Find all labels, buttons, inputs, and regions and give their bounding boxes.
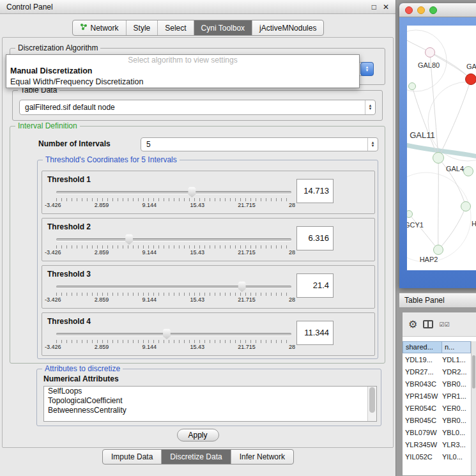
table-scrollbar[interactable] bbox=[471, 341, 476, 475]
tab-label: Select bbox=[165, 24, 186, 33]
combo-stepper-icon[interactable]: ▲▼ bbox=[360, 62, 374, 76]
dropdown-prompt: Select algorithm to view settings bbox=[6, 55, 359, 66]
threshold-panel-3: Threshold 3 -3.426 2.859 9.144 15.43 21.… bbox=[42, 265, 375, 309]
tab-cyni-toolbox[interactable]: Cyni Toolbox bbox=[194, 20, 252, 35]
number-of-intervals-label: Number of Intervals bbox=[38, 139, 111, 148]
slider-thumb-icon[interactable] bbox=[238, 281, 247, 292]
columns-icon[interactable] bbox=[423, 320, 433, 328]
dropdown-option-equal-width-frequency[interactable]: Equal Width/Frequency Discretization bbox=[6, 77, 359, 88]
threshold-value-field[interactable]: 11.344 bbox=[296, 321, 334, 345]
threshold-value-field[interactable]: 6.316 bbox=[296, 226, 334, 250]
cell: YIL052C bbox=[403, 453, 442, 461]
table-row[interactable]: YDR27... YDR2... bbox=[403, 365, 471, 378]
slider-thumb-icon[interactable] bbox=[125, 234, 134, 245]
table-rows: YDL19... YDL1... YDR27... YDR2... YBR043… bbox=[403, 353, 471, 475]
table-panel-title: Table Panel bbox=[404, 296, 445, 305]
table-data-combo[interactable]: galFiltered.sif default node ▲▼ bbox=[19, 100, 376, 115]
scale-label: 2.859 bbox=[95, 344, 109, 350]
threshold-slider[interactable] bbox=[56, 328, 291, 340]
network-node[interactable] bbox=[433, 245, 443, 255]
zoom-traffic-light-icon[interactable] bbox=[429, 6, 437, 14]
threshold-label: Threshold 4 bbox=[47, 317, 91, 326]
combo-stepper-icon[interactable]: ▲▼ bbox=[367, 138, 378, 151]
table-row[interactable]: YER054C YER0... bbox=[403, 402, 471, 414]
cell: YPR145W bbox=[403, 392, 442, 400]
threshold-slider[interactable] bbox=[56, 281, 291, 293]
tab-label: Cyni Toolbox bbox=[201, 24, 245, 33]
threshold-panel-1: Threshold 1 -3.426 2.859 9.144 15.43 21.… bbox=[42, 171, 375, 214]
scale-label: 28 bbox=[289, 344, 295, 350]
minimize-traffic-light-icon[interactable] bbox=[417, 6, 425, 14]
combo-value: galFiltered.sif default node bbox=[20, 103, 365, 112]
gear-icon[interactable]: ⚙ bbox=[408, 319, 417, 330]
tab-impute-data[interactable]: Impute Data bbox=[103, 450, 161, 464]
table-row[interactable]: YPR145W YPR1... bbox=[403, 390, 471, 402]
list-scrollbar[interactable] bbox=[367, 387, 376, 421]
network-node[interactable] bbox=[463, 166, 473, 176]
list-item[interactable]: BetweennessCentrality bbox=[44, 406, 376, 415]
numerical-attributes-list[interactable]: SelfLoops TopologicalCoefficient Between… bbox=[43, 386, 377, 422]
slider-track[interactable] bbox=[56, 238, 291, 241]
select-all-checks-icon[interactable]: ☑☑ bbox=[439, 321, 449, 328]
table-data-group: Table Data galFiltered.sif default node … bbox=[12, 90, 383, 121]
table-row[interactable]: YBL079W YBL0... bbox=[403, 426, 471, 438]
apply-button[interactable]: Apply bbox=[176, 429, 219, 441]
table-panel-header[interactable]: Table Panel bbox=[399, 293, 476, 308]
tab-style[interactable]: Style bbox=[126, 20, 158, 35]
threshold-slider[interactable] bbox=[56, 234, 291, 245]
threshold-value-field[interactable]: 14.713 bbox=[296, 179, 334, 203]
network-node[interactable] bbox=[425, 47, 435, 58]
scale-label: 9.144 bbox=[142, 249, 157, 256]
control-panel-titlebar[interactable]: Control Panel □ ✕ bbox=[0, 0, 395, 14]
cell: YPR1... bbox=[442, 392, 471, 400]
network-node[interactable] bbox=[461, 201, 471, 211]
table-row[interactable]: YBR043C YBR0... bbox=[403, 378, 471, 390]
table-row[interactable]: YBR045C YBR0... bbox=[403, 414, 471, 426]
slider-thumb-icon[interactable] bbox=[187, 187, 196, 197]
tab-label: Infer Network bbox=[240, 452, 285, 461]
tab-infer-network[interactable]: Infer Network bbox=[231, 450, 293, 464]
slider-scale: -3.426 2.859 9.144 15.43 21.715 28 bbox=[45, 296, 295, 303]
list-item[interactable]: SelfLoops bbox=[44, 387, 376, 396]
close-traffic-light-icon[interactable] bbox=[405, 6, 413, 14]
table-row[interactable]: YIL052C YIL0... bbox=[403, 450, 471, 463]
tab-discretize-data[interactable]: Discretize Data bbox=[161, 450, 230, 464]
float-window-icon[interactable]: □ bbox=[372, 3, 376, 11]
dropdown-option-manual-discretization[interactable]: Manual Discretization bbox=[6, 66, 359, 77]
tab-select[interactable]: Select bbox=[157, 20, 193, 35]
cell: YBR0... bbox=[442, 380, 471, 388]
network-window-titlebar[interactable] bbox=[399, 3, 476, 17]
node-label: GCY1 bbox=[407, 221, 424, 229]
scale-label: 28 bbox=[289, 296, 295, 303]
tab-jactivemnodules[interactable]: jActiveMNodules bbox=[252, 20, 323, 35]
slider-track[interactable] bbox=[56, 286, 291, 288]
threshold-slider[interactable] bbox=[56, 187, 291, 198]
slider-thumb-icon[interactable] bbox=[162, 328, 171, 339]
threshold-value-field[interactable]: 21.4 bbox=[296, 273, 334, 298]
slider-track[interactable] bbox=[56, 333, 291, 335]
number-of-intervals-combo[interactable]: 5 ▲▼ bbox=[141, 137, 378, 151]
node-label: HAP2 bbox=[420, 256, 438, 263]
column-header-shared[interactable]: shared... bbox=[403, 341, 442, 353]
network-node[interactable] bbox=[433, 152, 444, 164]
cell: YDL19... bbox=[403, 356, 442, 364]
table-row[interactable]: YLR345W YLR3... bbox=[403, 438, 471, 450]
scrollbar-thumb[interactable] bbox=[369, 387, 375, 413]
network-node[interactable] bbox=[408, 82, 416, 90]
network-node-selected[interactable] bbox=[465, 73, 476, 85]
column-header-name[interactable]: n... bbox=[442, 341, 471, 353]
scrollbar-thumb[interactable] bbox=[472, 355, 475, 388]
close-window-icon[interactable]: ✕ bbox=[383, 3, 389, 11]
table-row[interactable]: YDL19... YDL1... bbox=[403, 353, 471, 365]
node-label: GAL80 bbox=[418, 61, 440, 69]
cell: YIL0... bbox=[442, 453, 471, 461]
algorithm-dropdown-popup: Select algorithm to view settings Manual… bbox=[6, 54, 360, 88]
tab-network[interactable]: Network bbox=[73, 20, 126, 35]
scale-label: 21.715 bbox=[238, 296, 256, 303]
network-canvas[interactable]: GAL80 GA GAL11 GAL4 GCY1 H HAP2 bbox=[407, 26, 476, 270]
combo-stepper-icon[interactable]: ▲▼ bbox=[365, 100, 375, 114]
table-panel: ⚙ ☑☑ shared... n... YDL19... YDL1... YDR… bbox=[402, 312, 476, 476]
slider-track[interactable] bbox=[56, 191, 291, 194]
list-item[interactable]: TopologicalCoefficient bbox=[44, 396, 376, 406]
scale-label: 2.859 bbox=[95, 249, 109, 256]
